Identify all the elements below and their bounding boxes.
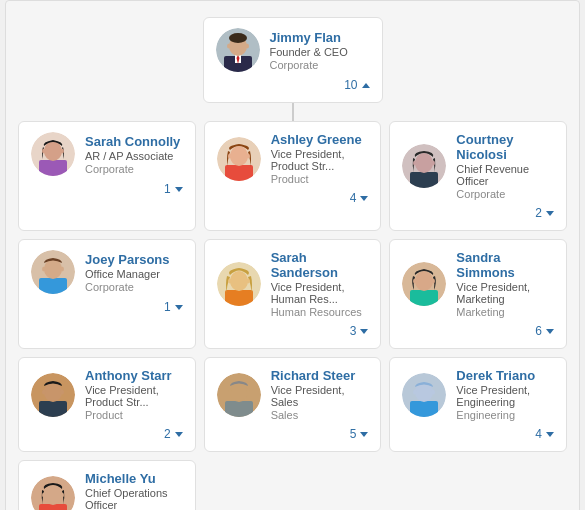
- card-inner: Sarah Sanderson Vice President, Human Re…: [217, 250, 369, 318]
- ceo-title: Founder & CEO: [270, 46, 370, 58]
- chevron-down-icon: [546, 329, 554, 334]
- ceo-card: Jimmy Flan Founder & CEO Corporate 10: [203, 17, 383, 103]
- chevron-down-icon: [360, 329, 368, 334]
- ceo-badge[interactable]: 10: [344, 78, 369, 92]
- chevron-down-icon: [175, 432, 183, 437]
- report-info: Sandra Simmons Vice President, Marketing…: [456, 250, 554, 318]
- chevron-down-icon: [546, 432, 554, 437]
- report-title: Vice President, Product Str...: [85, 384, 183, 408]
- ceo-dept: Corporate: [270, 59, 370, 71]
- report-title: AR / AP Associate: [85, 150, 183, 162]
- report-name: Derek Triano: [456, 368, 554, 383]
- ceo-level: Jimmy Flan Founder & CEO Corporate 10: [18, 17, 567, 103]
- card-inner: Sandra Simmons Vice President, Marketing…: [402, 250, 554, 318]
- svg-point-32: [246, 279, 250, 284]
- report-info: Anthony Starr Vice President, Product St…: [85, 368, 183, 421]
- svg-rect-24: [39, 278, 67, 294]
- report-card: Sarah Sanderson Vice President, Human Re…: [204, 239, 382, 349]
- report-info: Joey Parsons Office Manager Corporate: [85, 252, 183, 293]
- svg-rect-49: [410, 401, 438, 417]
- report-title: Office Manager: [85, 268, 183, 280]
- report-avatar: [217, 137, 261, 181]
- svg-rect-34: [410, 290, 438, 306]
- svg-point-11: [42, 149, 46, 154]
- svg-rect-44: [225, 401, 253, 417]
- report-title: Vice President, Marketing: [456, 281, 554, 305]
- svg-point-26: [42, 267, 46, 272]
- report-badge[interactable]: 6: [535, 324, 554, 338]
- report-badge[interactable]: 3: [350, 324, 369, 338]
- report-name: Michelle Yu: [85, 471, 183, 486]
- svg-point-7: [245, 44, 249, 49]
- svg-rect-29: [225, 290, 253, 306]
- report-info: Ashley Greene Vice President, Product St…: [271, 132, 369, 185]
- badge-count: 2: [164, 427, 171, 441]
- badge-count: 6: [535, 324, 542, 338]
- reports-grid: Sarah Connolly AR / AP Associate Corpora…: [18, 121, 567, 510]
- report-name: Sarah Connolly: [85, 134, 183, 149]
- report-dept: Engineering: [456, 409, 554, 421]
- report-badge[interactable]: 4: [535, 427, 554, 441]
- report-title: Chief Revenue Officer: [456, 163, 554, 187]
- report-dept: Marketing: [456, 306, 554, 318]
- ceo-info: Jimmy Flan Founder & CEO Corporate: [270, 30, 370, 71]
- svg-point-16: [228, 153, 232, 158]
- svg-point-31: [228, 279, 232, 284]
- chevron-down-icon: [546, 211, 554, 216]
- ceo-footer: 10: [216, 78, 370, 92]
- svg-point-17: [246, 153, 250, 158]
- card-footer: 5: [217, 427, 369, 441]
- chevron-down-icon: [360, 196, 368, 201]
- svg-point-37: [431, 279, 435, 284]
- report-title: Vice President, Engineering: [456, 384, 554, 408]
- report-name: Sandra Simmons: [456, 250, 554, 280]
- svg-point-25: [44, 259, 62, 279]
- report-badge[interactable]: 1: [164, 182, 183, 196]
- report-info: Michelle Yu Chief Operations Officer Ope…: [85, 471, 183, 510]
- report-card: Ashley Greene Vice President, Product St…: [204, 121, 382, 231]
- report-avatar: [31, 373, 75, 417]
- svg-point-10: [44, 141, 62, 161]
- card-footer: 4: [402, 427, 554, 441]
- report-avatar: [31, 250, 75, 294]
- card-footer: 1: [31, 182, 183, 196]
- chevron-down-icon: [360, 432, 368, 437]
- report-info: Sarah Connolly AR / AP Associate Corpora…: [85, 134, 183, 175]
- badge-count: 1: [164, 182, 171, 196]
- card-inner: Sarah Connolly AR / AP Associate Corpora…: [31, 132, 183, 176]
- report-badge[interactable]: 2: [164, 427, 183, 441]
- report-card: Derek Triano Vice President, Engineering…: [389, 357, 567, 452]
- report-info: Sarah Sanderson Vice President, Human Re…: [271, 250, 369, 318]
- ceo-badge-count: 10: [344, 78, 357, 92]
- connector-line: [292, 103, 294, 121]
- svg-point-5: [229, 33, 247, 43]
- report-title: Vice President, Sales: [271, 384, 369, 408]
- badge-count: 2: [535, 206, 542, 220]
- badge-count: 5: [350, 427, 357, 441]
- card-footer: 2: [31, 427, 183, 441]
- badge-count: 3: [350, 324, 357, 338]
- report-badge[interactable]: 2: [535, 206, 554, 220]
- org-chart: Jimmy Flan Founder & CEO Corporate 10: [5, 0, 580, 510]
- card-footer: 1: [31, 300, 183, 314]
- card-inner: Michelle Yu Chief Operations Officer Ope…: [31, 471, 183, 510]
- report-dept: Product: [271, 173, 369, 185]
- report-avatar: [217, 373, 261, 417]
- report-dept: Human Resources: [271, 306, 369, 318]
- report-dept: Corporate: [456, 188, 554, 200]
- report-title: Chief Operations Officer: [85, 487, 183, 510]
- report-name: Richard Steer: [271, 368, 369, 383]
- badge-count: 1: [164, 300, 171, 314]
- report-badge[interactable]: 4: [350, 191, 369, 205]
- report-avatar: [217, 262, 261, 306]
- svg-point-20: [415, 153, 433, 173]
- report-dept: Sales: [271, 409, 369, 421]
- report-badge[interactable]: 5: [350, 427, 369, 441]
- connector: [18, 103, 567, 121]
- svg-point-57: [60, 492, 64, 497]
- svg-point-15: [230, 146, 248, 166]
- svg-point-22: [431, 161, 435, 166]
- report-badge[interactable]: 1: [164, 300, 183, 314]
- report-card: Courtney Nicolosi Chief Revenue Officer …: [389, 121, 567, 231]
- report-title: Vice President, Product Str...: [271, 148, 369, 172]
